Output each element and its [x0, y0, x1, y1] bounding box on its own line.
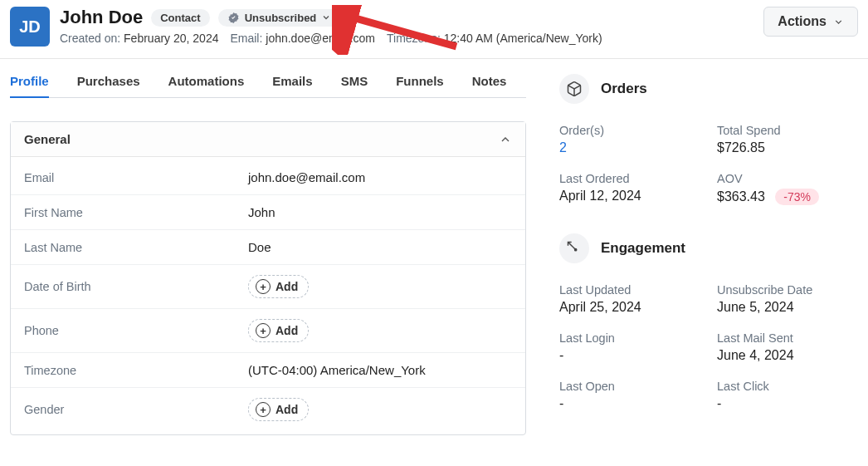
stat-orders: Order(s) 2 [559, 124, 700, 155]
tab-sms[interactable]: SMS [341, 74, 368, 97]
orders-section-head: Orders [559, 74, 858, 104]
created-on: Created on: February 20, 2024 [60, 32, 218, 45]
row-lastname: Last Name Doe [11, 230, 525, 265]
general-panel-header[interactable]: General [11, 122, 525, 157]
stat-last-mail-label: Last Mail Sent [717, 331, 858, 345]
stat-last-mail-value: June 4, 2024 [717, 348, 858, 363]
header-left: JD John Doe Contact Unsubscribed [10, 7, 602, 47]
engagement-section-head: Engagement [559, 233, 858, 263]
created-on-label: Created on: [60, 32, 120, 45]
title-row: John Doe Contact Unsubscribed [60, 7, 602, 28]
add-gender-button[interactable]: + Add [248, 398, 309, 421]
stat-unsub-value: June 5, 2024 [717, 300, 858, 315]
tab-funnels[interactable]: Funnels [396, 74, 444, 97]
chevron-down-icon [833, 17, 844, 27]
row-dob: Date of Birth + Add [11, 265, 525, 309]
header-email-value: john.doe@email.com [266, 32, 375, 45]
contact-type-label: Contact [160, 12, 200, 24]
stat-last-updated-value: April 25, 2024 [559, 300, 700, 315]
stat-aov-value-wrap: $363.43 -73% [717, 189, 858, 205]
row-dob-value: + Add [248, 275, 309, 298]
add-dob-button[interactable]: + Add [248, 275, 309, 298]
stat-unsub-label: Unsubscribe Date [717, 283, 858, 297]
stat-last-login-label: Last Login [559, 331, 700, 345]
tab-notes[interactable]: Notes [472, 74, 507, 97]
stat-aov-label: AOV [717, 172, 858, 185]
chevron-up-icon [499, 133, 512, 146]
row-phone-label: Phone [24, 324, 248, 337]
tab-emails[interactable]: Emails [272, 74, 312, 97]
header-timezone-value: 12:40 AM (America/New_York) [444, 32, 602, 45]
header-timezone: Timezone: 12:40 AM (America/New_York) [387, 32, 602, 45]
row-timezone-value: (UTC-04:00) America/New_York [248, 363, 426, 377]
actions-button-label: Actions [778, 14, 827, 29]
chevron-down-icon [321, 12, 331, 22]
stat-total-spend-label: Total Spend [717, 124, 858, 137]
stat-aov-value: $363.43 [717, 189, 765, 204]
stat-last-updated: Last Updated April 25, 2024 [559, 283, 700, 315]
row-firstname: First Name John [11, 195, 525, 230]
stat-last-login-value: - [559, 348, 700, 363]
plus-icon: + [256, 402, 271, 417]
verified-icon [227, 12, 240, 24]
tab-profile[interactable]: Profile [10, 74, 49, 98]
left-column: Profile Purchases Automations Emails SMS… [10, 74, 526, 439]
tab-automations[interactable]: Automations [168, 74, 245, 97]
stat-last-open-value: - [559, 396, 700, 411]
tabs: Profile Purchases Automations Emails SMS… [10, 74, 526, 98]
engagement-icon [559, 233, 589, 263]
orders-stats: Order(s) 2 Total Spend $726.85 Last Orde… [559, 124, 858, 205]
stat-orders-label: Order(s) [559, 124, 700, 137]
header-email-label: Email: [230, 32, 262, 45]
plus-icon: + [256, 279, 271, 294]
row-email: Email john.doe@email.com [11, 160, 525, 195]
row-timezone-label: Timezone [24, 364, 248, 377]
subscription-status-badge[interactable]: Unsubscribed [218, 9, 341, 27]
row-dob-label: Date of Birth [24, 280, 248, 293]
add-phone-label: Add [276, 324, 298, 337]
row-lastname-label: Last Name [24, 241, 248, 254]
stat-last-ordered-label: Last Ordered [559, 172, 700, 185]
orders-section-title: Orders [601, 81, 647, 97]
row-gender-value: + Add [248, 398, 309, 421]
plus-icon: + [256, 323, 271, 338]
body: Profile Purchases Automations Emails SMS… [0, 59, 868, 439]
stat-unsub: Unsubscribe Date June 5, 2024 [717, 283, 858, 315]
engagement-section-title: Engagement [601, 240, 685, 257]
stat-last-click: Last Click - [717, 380, 858, 411]
stat-orders-value[interactable]: 2 [559, 140, 700, 155]
stat-last-login: Last Login - [559, 331, 700, 363]
contact-type-badge: Contact [151, 9, 209, 27]
avatar: JD [10, 7, 50, 47]
tab-purchases[interactable]: Purchases [77, 74, 140, 97]
row-firstname-value: John [248, 205, 276, 219]
stat-last-ordered: Last Ordered April 12, 2024 [559, 172, 700, 205]
engagement-stats: Last Updated April 25, 2024 Unsubscribe … [559, 283, 858, 411]
actions-button[interactable]: Actions [763, 7, 858, 37]
svg-point-1 [575, 249, 577, 251]
stat-last-updated-label: Last Updated [559, 283, 700, 297]
contact-name: John Doe [60, 7, 143, 28]
row-gender-label: Gender [24, 403, 248, 416]
stat-total-spend-value: $726.85 [717, 140, 858, 155]
add-phone-button[interactable]: + Add [248, 319, 309, 342]
orders-icon [559, 74, 589, 104]
stat-last-click-label: Last Click [717, 380, 858, 393]
header-timezone-label: Timezone: [387, 32, 441, 45]
created-on-value: February 20, 2024 [124, 32, 218, 45]
stat-last-open: Last Open - [559, 380, 700, 411]
stat-last-mail: Last Mail Sent June 4, 2024 [717, 331, 858, 363]
subscription-status-label: Unsubscribed [245, 12, 317, 24]
row-phone-value: + Add [248, 319, 309, 342]
row-email-label: Email [24, 171, 248, 184]
row-firstname-label: First Name [24, 206, 248, 219]
row-phone: Phone + Add [11, 309, 525, 353]
stat-last-ordered-value: April 12, 2024 [559, 189, 700, 204]
general-panel-title: General [24, 132, 71, 146]
header-subrow: Created on: February 20, 2024 Email: joh… [60, 32, 602, 45]
row-email-value: john.doe@email.com [248, 170, 365, 184]
general-rows: Email john.doe@email.com First Name John… [11, 157, 525, 434]
stat-aov-pct: -73% [775, 189, 819, 205]
add-gender-label: Add [276, 403, 298, 416]
general-panel: General Email john.doe@email.com First N… [10, 121, 526, 435]
